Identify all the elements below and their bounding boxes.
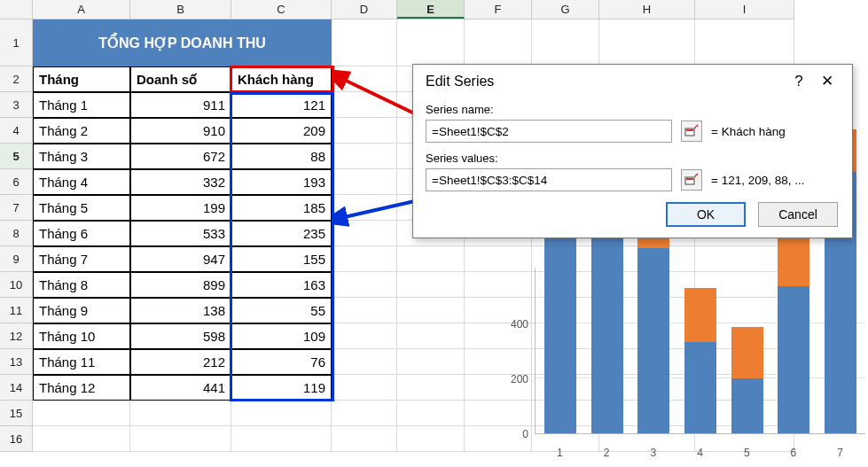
table-cell[interactable]: 199 (130, 195, 231, 221)
range-selector-values-button[interactable] (681, 169, 702, 191)
empty-cell[interactable] (332, 246, 397, 272)
title-cell[interactable]: TỔNG HỢP DOANH THU (33, 19, 332, 66)
empty-cell[interactable] (332, 144, 397, 169)
table-cell[interactable]: 109 (231, 323, 332, 349)
table-cell[interactable]: 155 (231, 246, 332, 272)
empty-cell[interactable] (599, 19, 695, 66)
table-cell[interactable]: Tháng 9 (33, 298, 130, 323)
table-cell[interactable]: 332 (130, 169, 231, 195)
empty-cell[interactable] (332, 221, 397, 246)
empty-cell[interactable] (397, 272, 465, 298)
col-header-I[interactable]: I (695, 0, 794, 19)
row-header-9[interactable]: 9 (0, 246, 33, 272)
table-cell[interactable]: 121 (231, 92, 332, 118)
empty-cell[interactable] (332, 323, 397, 349)
table-cell[interactable]: 185 (231, 195, 332, 221)
empty-cell[interactable] (397, 349, 465, 375)
empty-cell[interactable] (130, 401, 231, 426)
col-header-B[interactable]: B (130, 0, 231, 19)
table-cell[interactable]: 441 (130, 375, 231, 401)
table-cell[interactable]: 947 (130, 246, 231, 272)
table-cell[interactable]: Tháng 8 (33, 272, 130, 298)
table-cell[interactable]: Tháng 5 (33, 195, 130, 221)
table-cell[interactable]: 212 (130, 349, 231, 375)
empty-cell[interactable] (33, 426, 130, 452)
row-header-11[interactable]: 11 (0, 298, 33, 323)
row-header-13[interactable]: 13 (0, 349, 33, 375)
col-header-E[interactable]: E (397, 0, 465, 19)
ok-button[interactable]: OK (666, 202, 746, 227)
table-cell[interactable]: Tháng 11 (33, 349, 130, 375)
empty-cell[interactable] (332, 298, 397, 323)
empty-cell[interactable] (332, 401, 397, 426)
table-cell[interactable]: 193 (231, 169, 332, 195)
col-header-F[interactable]: F (465, 0, 532, 19)
empty-cell[interactable] (130, 426, 231, 452)
row-header-1[interactable]: 1 (0, 19, 33, 66)
empty-cell[interactable] (33, 401, 130, 426)
empty-cell[interactable] (332, 375, 397, 401)
empty-cell[interactable] (231, 426, 332, 452)
empty-cell[interactable] (465, 19, 532, 66)
table-cell[interactable]: Tháng 3 (33, 144, 130, 169)
header-doanhso[interactable]: Doanh số (130, 66, 231, 92)
chart-preview[interactable]: 0 200 400 1234567 (486, 269, 867, 459)
row-header-6[interactable]: 6 (0, 169, 33, 195)
empty-cell[interactable] (332, 66, 397, 92)
empty-cell[interactable] (332, 426, 397, 452)
row-header-2[interactable]: 2 (0, 66, 33, 92)
table-cell[interactable]: 76 (231, 349, 332, 375)
table-cell[interactable]: Tháng 10 (33, 323, 130, 349)
table-cell[interactable]: Tháng 12 (33, 375, 130, 401)
help-icon[interactable]: ? (785, 73, 813, 90)
table-cell[interactable]: 163 (231, 272, 332, 298)
empty-cell[interactable] (397, 401, 465, 426)
empty-cell[interactable] (397, 323, 465, 349)
empty-cell[interactable] (532, 19, 599, 66)
empty-cell[interactable] (332, 195, 397, 221)
row-header-8[interactable]: 8 (0, 221, 33, 246)
series-name-input[interactable]: =Sheet1!$C$2 (426, 120, 672, 143)
empty-cell[interactable] (397, 246, 465, 272)
table-cell[interactable]: 88 (231, 144, 332, 169)
table-cell[interactable]: Tháng 7 (33, 246, 130, 272)
table-cell[interactable]: 910 (130, 118, 231, 144)
col-header-C[interactable]: C (231, 0, 332, 19)
row-header-12[interactable]: 12 (0, 323, 33, 349)
table-cell[interactable]: 235 (231, 221, 332, 246)
empty-cell[interactable] (695, 19, 794, 66)
table-cell[interactable]: Tháng 4 (33, 169, 130, 195)
table-cell[interactable]: 672 (130, 144, 231, 169)
table-cell[interactable]: 209 (231, 118, 332, 144)
empty-cell[interactable] (397, 426, 465, 452)
empty-cell[interactable] (332, 92, 397, 118)
table-cell[interactable]: 533 (130, 221, 231, 246)
table-cell[interactable]: Tháng 6 (33, 221, 130, 246)
empty-cell[interactable] (231, 401, 332, 426)
empty-cell[interactable] (397, 375, 465, 401)
range-selector-name-button[interactable] (681, 121, 702, 142)
table-cell[interactable]: 598 (130, 323, 231, 349)
row-header-4[interactable]: 4 (0, 118, 33, 144)
close-icon[interactable]: ✕ (813, 72, 841, 90)
header-thang[interactable]: Tháng (33, 66, 130, 92)
table-cell[interactable]: 899 (130, 272, 231, 298)
empty-cell[interactable] (397, 19, 465, 66)
table-cell[interactable]: 911 (130, 92, 231, 118)
empty-cell[interactable] (332, 118, 397, 144)
table-cell[interactable]: 138 (130, 298, 231, 323)
cancel-button[interactable]: Cancel (758, 202, 838, 227)
table-cell[interactable]: Tháng 1 (33, 92, 130, 118)
row-header-3[interactable]: 3 (0, 92, 33, 118)
table-cell[interactable]: 55 (231, 298, 332, 323)
row-header-16[interactable]: 16 (0, 426, 33, 452)
header-khachhang[interactable]: Khách hàng (231, 66, 332, 92)
table-cell[interactable]: Tháng 2 (33, 118, 130, 144)
empty-cell[interactable] (332, 19, 397, 66)
col-header-A[interactable]: A (33, 0, 130, 19)
empty-cell[interactable] (332, 349, 397, 375)
row-header-14[interactable]: 14 (0, 375, 33, 401)
row-header-7[interactable]: 7 (0, 195, 33, 221)
row-header-5[interactable]: 5 (0, 144, 33, 169)
empty-cell[interactable] (332, 169, 397, 195)
